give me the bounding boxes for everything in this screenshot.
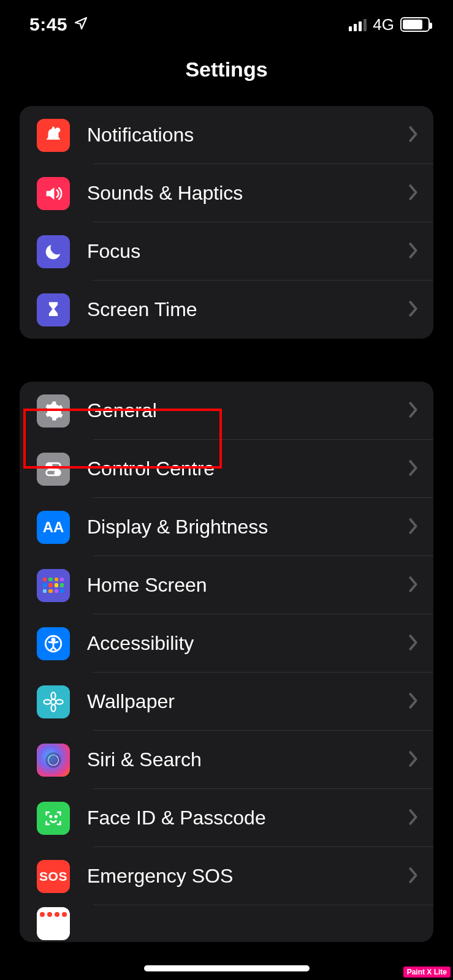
bell-icon — [37, 119, 70, 152]
row-display-brightness[interactable]: AA Display & Brightness — [20, 498, 433, 556]
chevron-right-icon — [408, 401, 419, 421]
toggles-icon — [37, 453, 70, 486]
svg-point-0 — [55, 127, 61, 133]
row-wallpaper[interactable]: Wallpaper — [20, 673, 433, 731]
text-size-icon: AA — [37, 511, 70, 544]
watermark: Paint X Lite — [403, 967, 451, 978]
sos-glyph: SOS — [39, 869, 67, 884]
row-emergency-sos[interactable]: SOS Emergency SOS — [20, 847, 433, 905]
hourglass-icon — [37, 293, 70, 326]
row-focus[interactable]: Focus — [20, 222, 433, 281]
row-label: Display & Brightness — [87, 516, 408, 538]
chevron-right-icon — [408, 867, 419, 886]
svg-point-4 — [55, 470, 59, 474]
chevron-right-icon — [408, 518, 419, 537]
row-home-screen[interactable]: Home Screen — [20, 556, 433, 614]
row-label: Siri & Search — [87, 748, 408, 771]
moon-icon — [37, 235, 70, 268]
svg-point-2 — [48, 464, 52, 467]
svg-point-6 — [52, 638, 55, 641]
exposure-icon — [37, 907, 70, 940]
row-label: Wallpaper — [87, 690, 408, 713]
svg-point-11 — [56, 699, 63, 704]
home-indicator[interactable] — [144, 965, 310, 971]
row-siri-search[interactable]: Siri & Search — [20, 731, 433, 789]
status-bar: 5:45 4G — [0, 0, 453, 43]
row-accessibility[interactable]: Accessibility — [20, 614, 433, 673]
chevron-right-icon — [408, 242, 419, 262]
battery-icon — [400, 17, 430, 32]
page-title: Settings — [0, 58, 453, 81]
row-partial-next[interactable] — [20, 905, 433, 942]
row-face-id-passcode[interactable]: Face ID & Passcode — [20, 789, 433, 847]
row-label: Control Centre — [87, 458, 408, 480]
chevron-right-icon — [408, 576, 419, 595]
status-left: 5:45 — [29, 14, 88, 35]
chevron-right-icon — [408, 809, 419, 828]
chevron-right-icon — [408, 634, 419, 654]
chevron-right-icon — [408, 126, 419, 145]
row-label: Sounds & Haptics — [87, 182, 408, 205]
network-type: 4G — [373, 15, 394, 34]
svg-point-15 — [55, 816, 56, 817]
row-label: Home Screen — [87, 574, 408, 597]
row-label: Emergency SOS — [87, 865, 408, 888]
svg-point-14 — [50, 816, 51, 817]
row-label: Accessibility — [87, 632, 408, 655]
row-control-centre[interactable]: Control Centre — [20, 440, 433, 498]
sos-icon: SOS — [37, 860, 70, 893]
status-time: 5:45 — [29, 14, 67, 35]
chevron-right-icon — [408, 692, 419, 712]
settings-group-1: Notifications Sounds & Haptics Focus Scr… — [20, 106, 433, 339]
speaker-icon — [37, 177, 70, 210]
aa-glyph: AA — [43, 519, 64, 536]
row-notifications[interactable]: Notifications — [20, 106, 433, 164]
row-label: Screen Time — [87, 298, 408, 321]
cellular-signal-icon — [349, 18, 367, 31]
page-header: Settings — [0, 43, 453, 106]
gear-icon — [37, 394, 70, 428]
app-grid-icon — [37, 569, 70, 602]
chevron-right-icon — [408, 459, 419, 479]
siri-icon — [37, 744, 70, 777]
svg-point-8 — [51, 692, 55, 699]
row-sounds-haptics[interactable]: Sounds & Haptics — [20, 164, 433, 222]
svg-point-7 — [51, 699, 56, 704]
row-label: Focus — [87, 240, 408, 263]
svg-point-9 — [51, 704, 55, 711]
row-label: General — [87, 399, 408, 422]
chevron-right-icon — [408, 184, 419, 203]
chevron-right-icon — [408, 300, 419, 320]
location-icon — [74, 16, 88, 33]
chevron-right-icon — [408, 750, 419, 770]
row-screen-time[interactable]: Screen Time — [20, 281, 433, 339]
flower-icon — [37, 685, 70, 718]
face-id-icon — [37, 802, 70, 835]
row-general[interactable]: General — [20, 382, 433, 440]
row-label: Notifications — [87, 124, 408, 146]
settings-group-2: General Control Centre AA Display & Brig… — [20, 382, 433, 942]
svg-point-10 — [44, 699, 50, 704]
row-label: Face ID & Passcode — [87, 807, 408, 829]
accessibility-icon — [37, 627, 70, 660]
status-right: 4G — [349, 15, 430, 34]
